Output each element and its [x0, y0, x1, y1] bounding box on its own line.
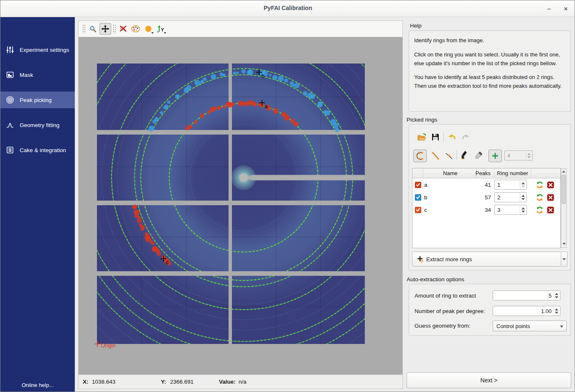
- beamstop-arm: [247, 175, 365, 181]
- ring-name: a: [423, 182, 477, 188]
- ring-peaks-count: 34: [477, 207, 494, 213]
- brush-icon: [461, 150, 469, 160]
- header-check: [412, 168, 423, 178]
- undo-arrow-icon: [448, 133, 457, 141]
- scroll-thumb[interactable]: [562, 175, 566, 204]
- ring-name: b: [423, 194, 477, 201]
- ring-visibility-checkbox[interactable]: [415, 207, 421, 213]
- sidebar-item-cake-integration[interactable]: Cake & integration: [0, 142, 75, 158]
- help-box: Identify rings from the image. Click on …: [409, 31, 571, 112]
- new-ring-number-spinbox[interactable]: 4: [504, 150, 533, 160]
- table-row[interactable]: a 41 1: [412, 178, 560, 191]
- toolbar-grip[interactable]: [113, 24, 116, 33]
- sidebar-item-experiment-settings[interactable]: Experiment settings: [0, 41, 75, 58]
- zoom-tool-button[interactable]: [87, 23, 99, 35]
- table-row[interactable]: c 34 3: [412, 204, 560, 216]
- refresh-ring-icon[interactable]: [536, 193, 544, 201]
- value-value: n/a: [239, 379, 247, 385]
- peak-tool-icon: [444, 151, 453, 160]
- header-actions: [531, 168, 559, 178]
- close-button[interactable]: ×: [560, 4, 571, 14]
- header-peaks: Peaks: [477, 168, 494, 178]
- mask-color-button[interactable]: [142, 23, 154, 35]
- brush-tool-button[interactable]: [459, 150, 470, 160]
- combo-caret-icon: [560, 326, 563, 328]
- extract-options-caret[interactable]: [561, 252, 567, 267]
- online-help-link[interactable]: Online help...: [0, 382, 75, 388]
- sidebar-item-peak-picking[interactable]: Peak picking: [0, 92, 75, 108]
- ring-number-spinbox[interactable]: 3: [494, 205, 527, 215]
- pan-tool-button[interactable]: [99, 23, 111, 35]
- sidebar-item-geometry-fitting[interactable]: Geometry fitting: [0, 117, 75, 133]
- plus-ring-icon: [417, 256, 423, 262]
- save-floppy-icon: [431, 133, 440, 141]
- delete-ring-icon[interactable]: [547, 206, 554, 214]
- save-rings-button[interactable]: [430, 132, 441, 143]
- zoom-reset-button[interactable]: [117, 23, 129, 35]
- peaks-per-degree-spinbox[interactable]: 1.00: [493, 306, 560, 316]
- value-label: Value:: [219, 379, 236, 385]
- ring-number-spinbox[interactable]: 1: [494, 180, 527, 190]
- guess-geometry-combobox[interactable]: Control points: [493, 321, 567, 331]
- scroll-down-icon[interactable]: [562, 243, 566, 245]
- delete-ring-icon[interactable]: [547, 181, 554, 188]
- plot-statusbar: X: 1038.643 Y: 2366.691 Value: n/a: [78, 374, 403, 389]
- auto-extraction-box: Amount of ring to extract 5 Number of pe…: [409, 284, 571, 336]
- scroll-up-icon[interactable]: [562, 171, 565, 173]
- table-row[interactable]: b 57 2: [412, 191, 560, 204]
- dropdown-caret-icon: [164, 32, 166, 34]
- amount-of-rings-spinbox[interactable]: 5: [493, 290, 560, 300]
- colormap-button[interactable]: [130, 23, 142, 35]
- eraser-tool-button[interactable]: [473, 150, 484, 160]
- arc-tool-icon: [431, 151, 440, 160]
- y-axis-icon: Y 0: [157, 25, 165, 33]
- table-scrollbar[interactable]: [561, 168, 567, 248]
- sliders-icon: [6, 46, 14, 54]
- amount-of-rings-label: Amount of ring to extract: [415, 293, 476, 299]
- single-peak-tool-button[interactable]: [443, 150, 454, 161]
- minimize-button[interactable]: –: [544, 4, 555, 14]
- diffraction-plot: bacOrigin: [79, 37, 402, 374]
- svg-text:a: a: [265, 103, 268, 109]
- refresh-ring-icon[interactable]: [536, 181, 544, 189]
- ring-name: c: [423, 207, 477, 213]
- ring-peaks-count: 57: [477, 194, 494, 201]
- ring-visibility-checkbox[interactable]: [415, 182, 421, 188]
- extract-more-rings-button[interactable]: Extract more rings: [412, 252, 561, 267]
- toolbar-grip[interactable]: [82, 24, 85, 33]
- full-ring-tool-icon: [415, 151, 425, 160]
- y-axis-orientation-button[interactable]: Y 0: [155, 23, 167, 35]
- pan-arrows-icon: [101, 25, 109, 33]
- redo-button[interactable]: [460, 132, 471, 143]
- guess-geometry-label: Guess geometry from:: [415, 323, 471, 329]
- spin-arrows[interactable]: [526, 151, 532, 160]
- next-button[interactable]: Next >: [407, 372, 571, 388]
- svg-text:c: c: [166, 259, 169, 265]
- ring-peaks-count: 41: [477, 182, 494, 188]
- picked-rings-table[interactable]: Name Peaks Ring number a 41 1 b 57 2: [412, 168, 561, 248]
- undo-button[interactable]: [447, 132, 458, 143]
- ring-number-spinbox[interactable]: 2: [494, 192, 527, 202]
- load-rings-button[interactable]: [417, 132, 427, 143]
- beamstop-disc: [239, 173, 248, 182]
- refresh-ring-icon[interactable]: [536, 206, 544, 214]
- picked-rings-group-label: Picked rings: [407, 117, 438, 123]
- dropdown-caret-icon: [151, 32, 154, 34]
- diffraction-image-view[interactable]: bacOrigin: [78, 37, 403, 374]
- delete-ring-icon[interactable]: [547, 194, 554, 201]
- rings-icon: [6, 96, 14, 104]
- help-paragraph: Identify rings from the image.: [414, 36, 565, 45]
- toolbar-separator: [456, 150, 457, 160]
- add-ring-button[interactable]: [488, 150, 502, 162]
- plus-icon: [491, 152, 499, 160]
- y-value: 2366.691: [170, 379, 193, 385]
- arc-pick-tool-button[interactable]: [430, 150, 441, 161]
- ring-pick-tool-button[interactable]: [413, 150, 427, 162]
- toolbar-separator: [443, 132, 444, 141]
- header-name: Name: [423, 168, 477, 178]
- peaks-per-degree-label: Number of peak per degree:: [415, 308, 485, 314]
- pyfai-calibration-window: { "window": { "title": "PyFAI Calibratio…: [0, 0, 575, 392]
- sidebar-item-mask[interactable]: Mask: [0, 66, 75, 83]
- help-group-label: Help: [410, 23, 422, 29]
- ring-visibility-checkbox[interactable]: [415, 194, 421, 201]
